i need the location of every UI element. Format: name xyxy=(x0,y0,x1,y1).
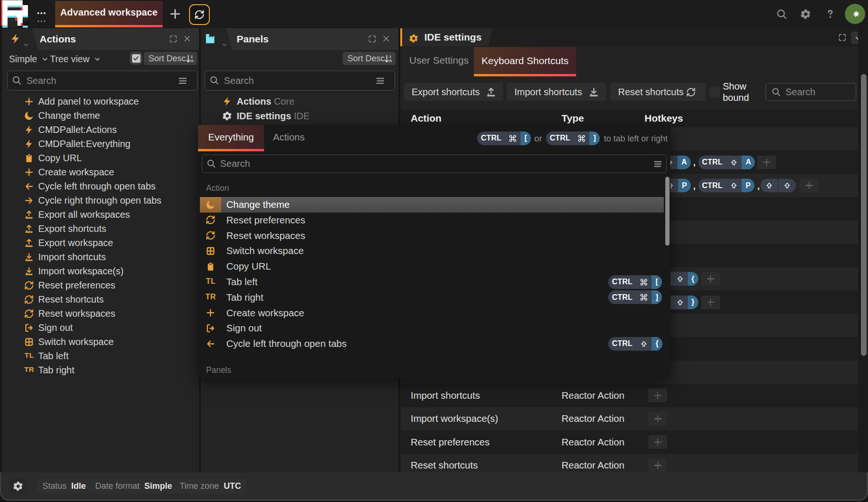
svg-text:A: A xyxy=(389,58,392,63)
svg-text:A: A xyxy=(190,58,194,63)
